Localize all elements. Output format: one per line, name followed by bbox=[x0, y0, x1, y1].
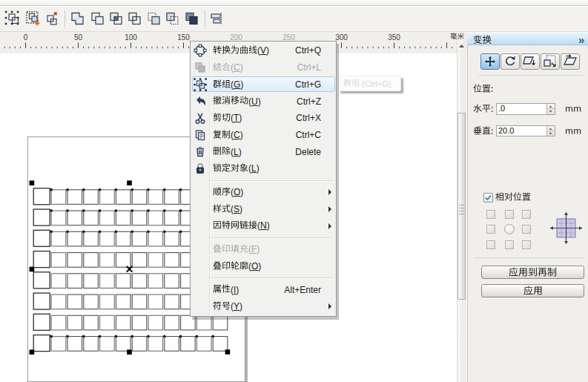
svg-text:0: 0 bbox=[24, 33, 28, 42]
svg-text:50: 50 bbox=[74, 33, 83, 42]
svg-text:300: 300 bbox=[335, 33, 348, 42]
svg-text:150: 150 bbox=[177, 33, 190, 42]
svg-text:350: 350 bbox=[388, 33, 400, 42]
svg-text:100: 100 bbox=[125, 33, 137, 42]
